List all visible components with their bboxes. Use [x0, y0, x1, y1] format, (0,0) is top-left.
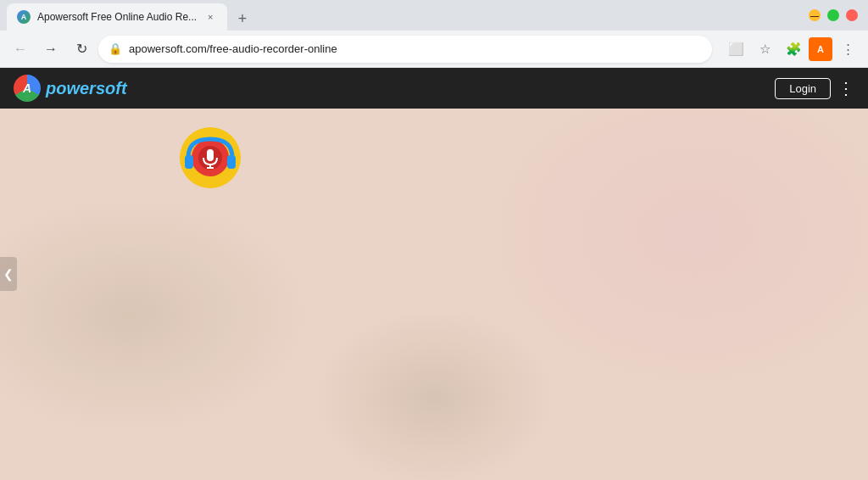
tab-favicon: A [17, 10, 31, 24]
new-tab-button[interactable]: + [231, 7, 254, 31]
page-content: A powersoft Login ⋮ ❮ [0, 68, 868, 480]
bookmark-button[interactable]: ☆ [751, 36, 778, 63]
forward-button[interactable]: → [37, 36, 64, 63]
profile-extension-icon[interactable]: A [809, 37, 832, 61]
logo-text: powersoft [46, 79, 127, 98]
back-button[interactable]: ← [7, 36, 34, 63]
lock-icon: 🔒 [108, 42, 122, 55]
extensions-button[interactable]: 🧩 [780, 36, 807, 63]
refresh-button[interactable]: ↻ [68, 36, 95, 63]
maximize-button[interactable] [827, 9, 839, 21]
svg-rect-6 [185, 155, 193, 169]
close-button[interactable] [846, 9, 858, 21]
tab-title: Apowersoft Free Online Audio Re... [37, 11, 197, 23]
login-button[interactable]: Login [775, 78, 831, 99]
header-right: Login ⋮ [775, 78, 854, 99]
browser-menu-button[interactable]: ⋮ [834, 36, 861, 63]
svg-rect-7 [227, 155, 236, 169]
browser-frame: A Apowersoft Free Online Audio Re... × +… [0, 0, 868, 480]
toolbar-right: ⬜ ☆ 🧩 A ⋮ [722, 36, 861, 63]
site-header: A powersoft Login ⋮ [0, 68, 868, 109]
title-bar: A Apowersoft Free Online Audio Re... × +… [0, 0, 868, 31]
cast-button[interactable]: ⬜ [722, 36, 749, 63]
logo-icon: A [14, 75, 41, 102]
browser-toolbar: ← → ↻ 🔒 apowersoft.com/free-audio-record… [0, 31, 868, 68]
page-overlay [0, 68, 868, 480]
address-text: apowersoft.com/free-audio-recorder-onlin… [129, 42, 702, 55]
headphone-icon [176, 126, 244, 193]
tab-area: A Apowersoft Free Online Audio Re... × + [7, 0, 254, 31]
site-menu-button[interactable]: ⋮ [837, 78, 854, 98]
site-logo: A powersoft [14, 75, 127, 102]
tab-close-button[interactable]: × [203, 10, 217, 24]
active-tab[interactable]: A Apowersoft Free Online Audio Re... × [7, 3, 227, 31]
side-arrow-button[interactable]: ❮ [0, 257, 17, 291]
address-bar[interactable]: 🔒 apowersoft.com/free-audio-recorder-onl… [98, 36, 712, 63]
minimize-button[interactable]: — [809, 9, 821, 21]
svg-rect-3 [207, 149, 214, 161]
